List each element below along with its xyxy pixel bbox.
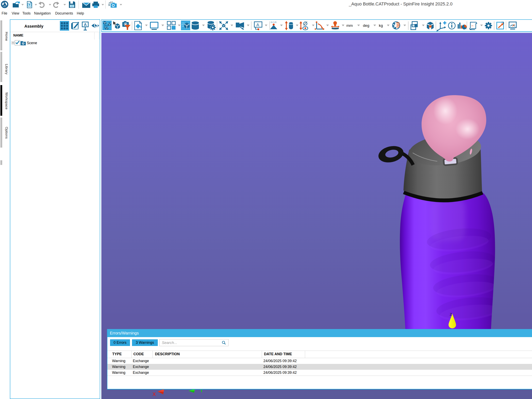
svg-text:(X,Y,Z): (X,Y,Z) — [271, 21, 277, 23]
svg-text:A: A — [84, 22, 87, 27]
svg-text:mm: mm — [346, 23, 353, 28]
svg-text:Z: Z — [450, 313, 452, 316]
svg-text:A: A — [256, 22, 259, 27]
svg-text:>-: >- — [471, 24, 475, 27]
svg-text:deg: deg — [363, 23, 369, 28]
svg-text:X: X — [152, 391, 156, 397]
svg-text:kg: kg — [379, 23, 383, 28]
